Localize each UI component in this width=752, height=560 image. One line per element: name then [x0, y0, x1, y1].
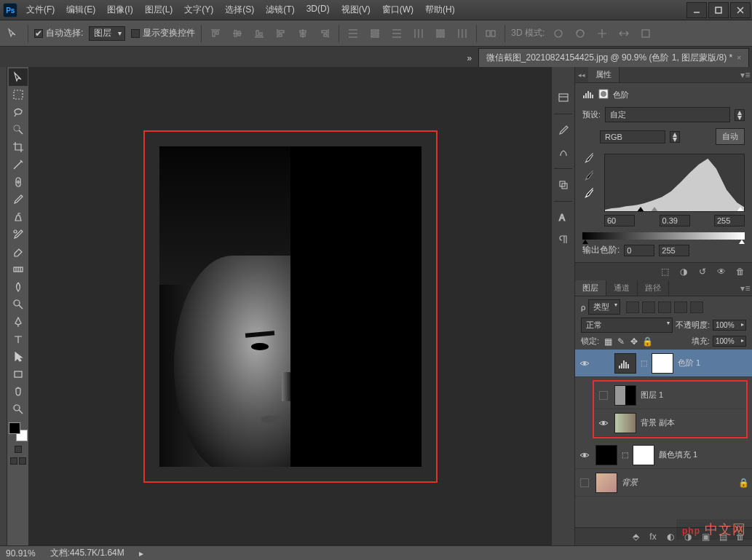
zoom-tool[interactable]	[9, 401, 28, 418]
properties-tab[interactable]: 属性	[588, 67, 620, 82]
adjustment-thumbnail[interactable]	[614, 353, 636, 374]
clip-to-layer-icon[interactable]: ⬚	[659, 266, 670, 277]
3d-pan-icon[interactable]	[594, 25, 610, 42]
menu-type[interactable]: 文字(Y)	[178, 1, 219, 19]
menu-filter[interactable]: 滤镜(T)	[260, 1, 300, 19]
lock-transparent-icon[interactable]: ▦	[602, 336, 614, 347]
3d-roll-icon[interactable]	[572, 25, 588, 42]
paths-tab[interactable]: 路径	[638, 280, 669, 296]
layer-filter-dropdown[interactable]: 类型	[588, 299, 620, 315]
layers-tab[interactable]: 图层	[575, 280, 606, 296]
toggle-visibility-icon[interactable]: 👁	[716, 266, 727, 277]
mid-slider[interactable]	[651, 207, 658, 212]
crop-tool[interactable]	[9, 138, 28, 156]
eyedropper-tool[interactable]	[9, 156, 28, 173]
distribute-vcenter-icon[interactable]	[367, 25, 383, 42]
menu-window[interactable]: 窗口(W)	[376, 1, 419, 19]
brush-tool[interactable]	[9, 191, 28, 208]
white-slider[interactable]	[737, 207, 744, 212]
layer-name[interactable]: 背景	[622, 477, 638, 488]
mask-thumbnail[interactable]	[633, 445, 654, 465]
hand-tool[interactable]	[9, 383, 28, 401]
layer-name[interactable]: 背景 副本	[641, 417, 675, 428]
layer-row[interactable]: 图层 1	[594, 382, 746, 409]
show-transform-option[interactable]: 显示变换控件	[131, 27, 195, 39]
align-left-icon[interactable]	[273, 25, 289, 42]
close-tab-icon[interactable]: ×	[737, 54, 741, 62]
filter-adjustment-icon[interactable]	[642, 301, 655, 313]
menu-3d[interactable]: 3D(D)	[301, 1, 336, 19]
menu-select[interactable]: 选择(S)	[219, 1, 260, 19]
blend-mode-dropdown[interactable]: 正常	[581, 318, 673, 333]
preset-dropdown[interactable]: 自定	[605, 107, 730, 122]
levels-histogram[interactable]	[604, 154, 745, 212]
menu-view[interactable]: 视图(V)	[336, 1, 376, 19]
menu-layer[interactable]: 图层(L)	[139, 1, 179, 19]
layer-row[interactable]: 背景 副本	[594, 409, 746, 437]
marquee-tool[interactable]	[9, 86, 28, 103]
auto-select-target-dropdown[interactable]: 图层	[89, 26, 125, 41]
layer-name[interactable]: 颜色填充 1	[659, 449, 697, 460]
input-white-level[interactable]	[714, 215, 745, 226]
healing-brush-tool[interactable]	[9, 173, 28, 191]
screen-mode-toggle[interactable]	[10, 457, 26, 465]
filter-pixel-icon[interactable]	[626, 301, 639, 313]
mask-icon[interactable]	[598, 89, 609, 101]
menu-edit[interactable]: 编辑(E)	[60, 1, 101, 19]
brush-presets-icon[interactable]	[555, 143, 572, 161]
auto-select-checkbox[interactable]: ✔	[34, 29, 43, 38]
blur-tool[interactable]	[9, 278, 28, 296]
document-tab[interactable]: 微信截图_20210824154425.jpg @ 90.9% (色阶 1, 图…	[478, 48, 749, 67]
layer-thumbnail[interactable]	[614, 385, 636, 406]
auto-align-icon[interactable]	[483, 25, 499, 42]
link-layers-icon[interactable]: ⬘	[630, 531, 641, 543]
panel-collapse-icon[interactable]: ◂◂	[575, 71, 588, 79]
preset-stepper[interactable]: ▴▾	[735, 109, 745, 121]
path-select-tool[interactable]	[9, 348, 28, 366]
dodge-tool[interactable]	[9, 296, 28, 313]
visibility-toggle[interactable]	[578, 449, 591, 462]
black-slider[interactable]	[637, 207, 644, 212]
add-mask-icon[interactable]: ◐	[665, 531, 676, 543]
layer-thumbnail[interactable]	[595, 473, 617, 493]
output-white-slider[interactable]	[739, 240, 745, 244]
fill-thumbnail[interactable]	[595, 445, 617, 465]
lasso-tool[interactable]	[9, 103, 28, 121]
menu-image[interactable]: 图像(I)	[101, 1, 138, 19]
lock-position-icon[interactable]: ✥	[628, 336, 640, 347]
expand-tabs-icon[interactable]: »	[461, 50, 478, 67]
move-tool-icon[interactable]	[4, 25, 22, 42]
auto-levels-button[interactable]: 自动	[716, 128, 745, 145]
visibility-toggle[interactable]	[597, 389, 610, 402]
panel-menu-icon[interactable]: ▾≡	[739, 70, 752, 80]
gray-point-eyedropper-icon[interactable]	[582, 168, 595, 181]
move-tool[interactable]	[9, 68, 28, 86]
reset-icon[interactable]: ↺	[697, 266, 708, 277]
layers-panel-menu-icon[interactable]: ▾≡	[739, 283, 752, 293]
layer-name[interactable]: 图层 1	[641, 390, 663, 401]
window-maximize-button[interactable]	[708, 2, 729, 18]
visibility-toggle[interactable]	[597, 417, 610, 430]
channel-stepper[interactable]: ▴▾	[670, 131, 680, 143]
layer-style-icon[interactable]: fx	[647, 531, 659, 543]
type-tool[interactable]	[9, 331, 28, 348]
zoom-level[interactable]: 90.91%	[6, 548, 36, 559]
output-gradient[interactable]	[582, 232, 745, 240]
output-black-slider[interactable]	[582, 240, 588, 244]
filter-smart-icon[interactable]	[690, 301, 703, 313]
lock-pixels-icon[interactable]: ✎	[615, 336, 627, 347]
channels-tab[interactable]: 通道	[606, 280, 638, 296]
output-black-level[interactable]	[624, 245, 654, 256]
history-brush-tool[interactable]	[9, 226, 28, 243]
opacity-input[interactable]: 100%	[713, 320, 746, 331]
visibility-toggle[interactable]	[578, 357, 591, 370]
mask-thumbnail[interactable]	[652, 353, 673, 374]
pen-tool[interactable]	[9, 313, 28, 331]
menu-help[interactable]: 帮助(H)	[419, 1, 461, 19]
character-panel-icon[interactable]: A	[555, 209, 572, 226]
align-top-icon[interactable]	[207, 25, 223, 42]
distribute-right-icon[interactable]	[454, 25, 470, 42]
delete-adjustment-icon[interactable]: 🗑	[735, 266, 746, 277]
input-black-level[interactable]	[604, 215, 635, 226]
3d-orbit-icon[interactable]	[550, 25, 566, 42]
